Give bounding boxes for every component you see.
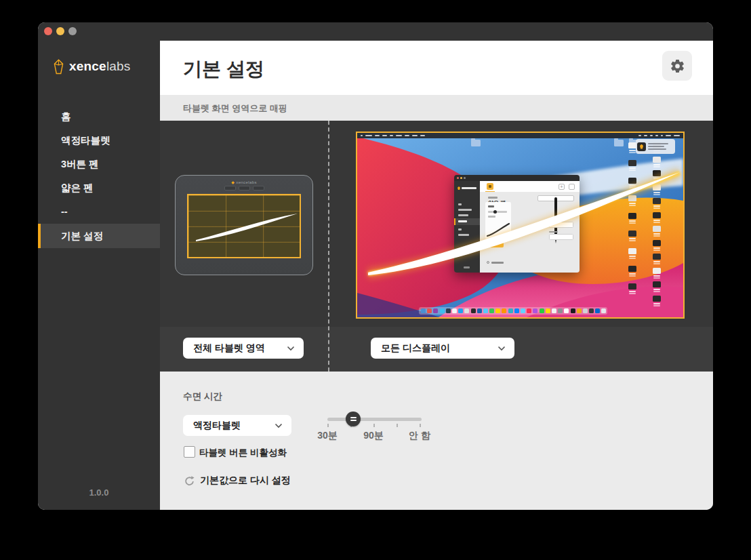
reset-defaults-button[interactable]: 기본값으로 다시 설정 [184,475,291,487]
mini-pen-image [554,197,557,239]
desktop-file-icon [653,198,661,204]
desktop-file-icon [653,157,661,163]
mapping-section-label: 타블렛 화면 영역으로 매핑 [183,102,287,115]
sleep-slider-thumb[interactable] [346,412,361,426]
page-title: 기본 설정 [183,56,264,82]
sleep-device-dropdown[interactable]: 액정타블렛 [183,415,291,436]
notification-banner [636,139,675,154]
display-dropdown[interactable]: 모든 디스플레이 [371,338,514,359]
desktop-file-icon [628,266,636,272]
mapping-section-header: 타블렛 화면 영역으로 매핑 [160,95,713,121]
display-dropdown-value: 모든 디스플레이 [381,342,450,355]
sidebar-item-label: -- [61,206,68,217]
sidebar-item-lcd-tablet[interactable]: 액정타블렛 [38,128,160,153]
desktop-file-icon [653,254,661,260]
version-label: 1.0.0 [38,487,160,498]
sleep-device-dropdown-value: 액정타블렛 [193,420,241,432]
sidebar-item-label: 얇은 펜 [61,182,94,195]
sidebar-item-default-settings[interactable]: 기본 설정 [38,224,160,248]
reset-icon [184,475,195,487]
tablet-area-dropdown-value: 전체 타블렛 영역 [193,342,265,355]
slider-tick [420,424,421,427]
slider-label-30min: 30분 [307,430,348,442]
zoom-button[interactable] [68,27,77,35]
brand-text: xencelabs [69,59,131,74]
chevron-down-icon [275,423,283,428]
gear-icon [670,58,685,74]
slider-label-never: 안 함 [399,430,440,442]
desktop-file-icon [653,281,661,287]
slider-tick [373,424,375,427]
mini-add-icon: + [559,184,565,190]
brand-logo: xencelabs [52,57,131,76]
sidebar-item-label: 기본 설정 [61,230,103,243]
xencelabs-nib-icon [52,59,65,75]
sidebar-item-dashes[interactable]: -- [38,199,160,224]
tablet-swoosh-graphic [176,176,314,276]
disable-tablet-buttons-checkbox[interactable] [184,446,195,458]
sidebar-item-label: 3버튼 펜 [61,158,99,171]
settings-button[interactable] [662,51,692,81]
menu-bar [357,133,683,138]
mini-titlebar [454,175,580,181]
minimize-button[interactable] [56,27,64,35]
mini-field [549,222,573,228]
mini-gold-button [485,242,504,247]
sidebar-item-home[interactable]: 홈 [38,104,160,129]
mini-gear-icon [569,184,575,190]
mini-sidebar [454,181,480,273]
chevron-down-icon [287,346,295,351]
desktop-file-icon [653,268,661,274]
desktop-file-icon [653,212,661,218]
desktop-file-icon [628,213,636,219]
desktop-file-icon [653,184,661,191]
slider-tick [397,424,398,427]
sleep-settings-section: 수면 시간 액정타블렛 30분 90분 안 함 타블렛 버튼 비활성화 [160,372,713,510]
display-screen: + 얇은 펜 [357,133,683,317]
reset-defaults-label: 기본값으로 다시 설정 [200,475,291,487]
sidebar-item-3button-pen[interactable]: 3버튼 펜 [38,152,160,176]
sidebar-item-label: 액정타블렛 [61,134,110,147]
desktop-file-icon [653,296,661,302]
mini-pen-tab-icon [487,183,493,190]
close-button[interactable] [44,27,52,35]
mini-panel [485,202,511,239]
chevron-down-icon [498,346,506,351]
desktop-file-icon [628,231,636,237]
sidebar: xencelabs 홈 액정타블렛 3버튼 펜 얇은 펜 -- 기본 설정 1.… [38,41,160,510]
tablet-area-dropdown[interactable]: 전체 타블렛 영역 [183,338,304,359]
tablet-preview: ◆ xencelabs [175,175,313,275]
sidebar-item-thin-pen[interactable]: 얇은 펜 [38,176,160,200]
mapping-panel: ◆ xencelabs [160,121,713,372]
app-window: xencelabs 홈 액정타블렛 3버튼 펜 얇은 펜 -- 기본 설정 1.… [38,22,713,510]
desktop-file-icon [628,283,636,289]
desktop-file-icon [628,195,636,201]
sidebar-item-label: 홈 [61,111,71,123]
menu-bar-left [361,135,425,136]
desktop-file-icon [653,226,661,232]
slider-label-90min: 90분 [353,430,394,442]
folder-icon [614,140,624,146]
sleep-time-label: 수면 시간 [183,391,222,403]
dock [419,307,607,315]
desktop-file-icon [628,248,636,254]
mini-content: + 얇은 펜 [480,181,580,273]
disable-tablet-buttons-label: 타블렛 버튼 비활성화 [199,447,287,459]
display-app-window: + 얇은 펜 [454,175,580,273]
desktop-file-icon [653,170,661,176]
desktop-file-icon [628,160,636,166]
slider-tick [327,424,329,427]
dashed-separator [328,121,329,372]
display-preview: + 얇은 펜 [356,132,685,319]
main-content: 기본 설정 타블렛 화면 영역으로 매핑 ◆ xencelabs [160,41,713,510]
menu-bar-right [638,135,680,136]
sleep-slider-track[interactable] [327,418,422,421]
page-header: 기본 설정 [160,41,713,95]
titlebar[interactable] [38,22,713,41]
notification-app-icon [637,142,646,151]
desktop-file-icon [628,178,636,184]
desktop-file-icon [653,240,661,246]
mini-field [549,234,573,240]
folder-icon [471,140,481,146]
notification-text-lines [648,142,668,151]
